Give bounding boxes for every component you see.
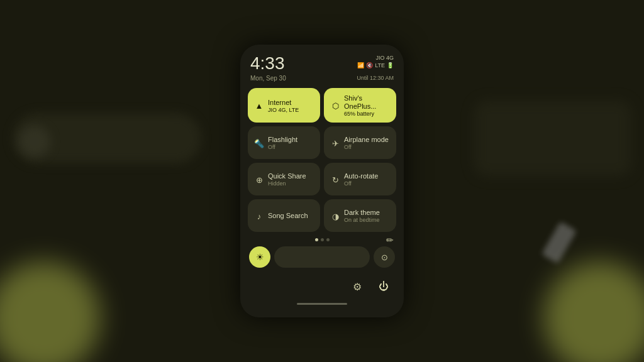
auto-brightness-icon: ⊙: [381, 253, 388, 262]
tile-autorotate[interactable]: ↻ Auto-rotate Off: [324, 163, 396, 195]
dot-3: [326, 238, 330, 241]
brightness-control: ☀ ⊙: [248, 246, 396, 268]
mute-icon: 🔇: [366, 62, 373, 69]
home-bar: [297, 303, 347, 305]
quickshare-icon: ⊕: [254, 175, 264, 185]
internet-icon: ▲: [254, 101, 264, 111]
airplane-label: Airplane mode: [344, 136, 389, 144]
quickshare-sub: Hidden: [268, 180, 306, 187]
tile-flashlight[interactable]: 🔦 Flashlight Off: [248, 126, 320, 159]
tile-darktheme[interactable]: ◑ Dark theme On at bedtime: [324, 199, 396, 232]
tile-songsearch[interactable]: ♪ Song Search: [248, 199, 320, 232]
songsearch-icon: ♪: [254, 212, 264, 221]
flashlight-label: Flashlight: [268, 136, 297, 144]
bluetooth-sub: 65% battery: [344, 111, 390, 118]
notification-panel: 4:33 JIO 4G 📶 🔇 LTE 🔋 Mon, Sep 30 Until …: [240, 45, 404, 317]
internet-label: Internet: [268, 99, 299, 107]
tile-airplane[interactable]: ✈ Airplane mode Off: [324, 126, 396, 159]
tile-bluetooth[interactable]: ⬡ Shiv's OnePlus... 65% battery: [324, 88, 396, 123]
autorotate-sub: Off: [344, 180, 378, 187]
quickshare-label: Quick Share: [268, 172, 306, 180]
until-time-label: Until 12:30 AM: [357, 75, 394, 81]
status-icons: 📶 🔇 LTE 🔋: [357, 62, 394, 69]
sun-icon: ☀: [256, 252, 264, 262]
brightness-sun-button[interactable]: ☀: [249, 246, 270, 268]
power-icon: ⏻: [379, 281, 389, 292]
bluetooth-icon: ⬡: [330, 101, 340, 111]
darktheme-sub: On at bedtime: [344, 217, 380, 224]
settings-button[interactable]: ⚙: [347, 277, 367, 297]
date-label: Mon, Sep 30: [250, 75, 286, 82]
dot-2: [321, 238, 324, 241]
settings-icon: ⚙: [353, 281, 362, 293]
internet-sub: JIO 4G, LTE: [268, 107, 299, 114]
songsearch-label: Song Search: [268, 212, 308, 220]
autorotate-icon: ↻: [330, 175, 340, 185]
flashlight-sub: Off: [268, 144, 297, 151]
darktheme-icon: ◑: [330, 212, 340, 221]
dot-1: [315, 238, 318, 241]
quick-settings-grid: ▲ Internet JIO 4G, LTE ⬡ Shiv's OnePlus.…: [248, 88, 396, 232]
darktheme-label: Dark theme: [344, 209, 380, 217]
status-bar: 4:33 JIO 4G 📶 🔇 LTE 🔋: [248, 55, 396, 72]
bluetooth-label: Shiv's OnePlus...: [344, 94, 390, 111]
signal-icon: 📶: [357, 62, 364, 69]
brightness-slider[interactable]: [274, 246, 370, 268]
tile-quickshare[interactable]: ⊕ Quick Share Hidden: [248, 163, 320, 195]
bg-blur-text-right: [474, 101, 631, 176]
carrier-label: JIO 4G: [375, 55, 394, 61]
edit-icon[interactable]: ✏: [386, 235, 394, 245]
bottom-controls: ⚙ ⏻: [248, 277, 396, 297]
tile-internet[interactable]: ▲ Internet JIO 4G, LTE: [248, 88, 320, 123]
airplane-sub: Off: [344, 144, 389, 151]
airplane-icon: ✈: [330, 139, 340, 148]
autorotate-label: Auto-rotate: [344, 172, 378, 180]
lte-label: LTE: [375, 62, 385, 69]
bg-blur-icon-left: [19, 126, 50, 157]
auto-brightness-button[interactable]: ⊙: [374, 246, 395, 268]
date-row: Mon, Sep 30 Until 12:30 AM: [248, 75, 396, 82]
status-right-area: JIO 4G 📶 🔇 LTE 🔋: [357, 55, 394, 69]
battery-icon: 🔋: [387, 62, 394, 69]
power-button[interactable]: ⏻: [374, 277, 394, 297]
page-indicator: ✏: [248, 238, 396, 241]
clock-time: 4:33: [250, 55, 285, 72]
flashlight-icon: 🔦: [254, 139, 264, 148]
